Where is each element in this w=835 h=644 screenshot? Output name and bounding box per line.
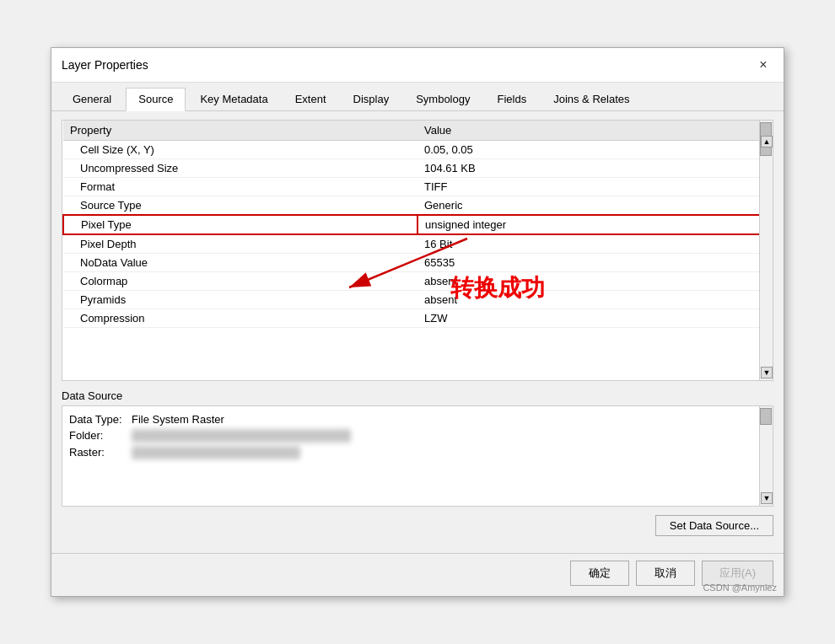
data-source-label: Data Source <box>62 389 773 402</box>
folder-row: Folder: <box>69 429 766 443</box>
properties-table-container: Property Value Cell Size (X, Y) 0.05, 0.… <box>62 120 773 381</box>
raster-row: Raster: <box>69 446 766 459</box>
value-cell-highlighted: unsigned integer <box>418 215 772 234</box>
table-row-highlighted: Pixel Type unsigned integer <box>63 215 772 234</box>
data-source-box: Data Type: File System Raster Folder: Ra… <box>62 405 773 507</box>
tab-source[interactable]: Source <box>126 88 186 111</box>
scroll-down-icon[interactable]: ▼ <box>761 367 773 378</box>
set-data-source-button[interactable]: Set Data Source... <box>655 515 773 536</box>
table-row: Colormap absent <box>63 272 772 291</box>
ds-scrollbar-thumb[interactable] <box>760 408 772 425</box>
properties-table: Property Value Cell Size (X, Y) 0.05, 0.… <box>62 121 773 328</box>
footer-buttons: 确定 取消 应用(A) <box>51 553 784 596</box>
folder-label: Folder: <box>69 429 128 443</box>
value-cell: 65535 <box>418 254 772 272</box>
data-type-label: Data Type: <box>69 413 128 426</box>
scrollbar-track[interactable]: ▼ ▲ <box>759 121 773 380</box>
property-cell: Uncompressed Size <box>63 159 418 178</box>
table-row: Cell Size (X, Y) 0.05, 0.05 <box>63 141 772 159</box>
title-bar: Layer Properties × <box>51 48 784 83</box>
property-cell: Pixel Depth <box>63 234 418 254</box>
ok-button[interactable]: 确定 <box>570 561 629 586</box>
property-cell: Source Type <box>63 196 418 216</box>
scroll-up-icon[interactable]: ▲ <box>761 136 773 148</box>
table-row: Compression LZW <box>63 309 772 328</box>
tab-content: Property Value Cell Size (X, Y) 0.05, 0.… <box>51 111 784 553</box>
folder-value-blurred <box>132 429 351 443</box>
watermark: CSDN @Amyniez <box>703 582 777 593</box>
table-row: NoData Value 65535 <box>63 254 772 272</box>
property-cell-highlighted: Pixel Type <box>63 215 418 234</box>
value-cell: Generic <box>418 196 772 216</box>
tab-key-metadata[interactable]: Key Metadata <box>187 88 280 110</box>
tab-display[interactable]: Display <box>341 88 402 110</box>
data-type-row: Data Type: File System Raster <box>69 413 766 426</box>
table-row: Pixel Depth 16 Bit <box>63 234 772 254</box>
property-cell: Format <box>63 178 418 196</box>
property-cell: Compression <box>63 309 418 328</box>
tab-extent[interactable]: Extent <box>283 88 339 110</box>
col-header-value: Value <box>418 121 772 141</box>
set-data-source-row: Set Data Source... <box>62 515 773 536</box>
property-cell: NoData Value <box>63 254 418 272</box>
property-cell: Cell Size (X, Y) <box>63 141 418 159</box>
value-cell: absent <box>418 291 772 309</box>
close-button[interactable]: × <box>753 55 773 75</box>
tab-general[interactable]: General <box>60 88 124 110</box>
ds-scroll-down-icon[interactable]: ▼ <box>761 492 773 504</box>
table-row: Source Type Generic <box>63 196 772 216</box>
table-row: Uncompressed Size 104.61 KB <box>63 159 772 178</box>
table-row: Pyramids absent <box>63 291 772 309</box>
raster-label: Raster: <box>69 446 128 459</box>
tab-symbology[interactable]: Symbology <box>403 88 482 110</box>
tab-fields[interactable]: Fields <box>484 88 539 110</box>
data-type-value: File System Raster <box>132 413 224 426</box>
value-cell: LZW <box>418 309 772 328</box>
ds-scrollbar-track[interactable]: ▼ <box>759 406 773 506</box>
property-cell: Pyramids <box>63 291 418 309</box>
value-cell: 0.05, 0.05 <box>418 141 772 159</box>
table-row: Format TIFF <box>63 178 772 196</box>
value-cell: absent <box>418 272 772 291</box>
layer-properties-dialog: Layer Properties × General Source Key Me… <box>51 47 784 597</box>
col-header-property: Property <box>63 121 418 141</box>
raster-value-blurred <box>132 446 300 459</box>
value-cell: TIFF <box>418 178 772 196</box>
value-cell: 16 Bit <box>418 234 772 254</box>
tab-joins-relates[interactable]: Joins & Relates <box>541 88 642 110</box>
data-source-section: Data Source Data Type: File System Raste… <box>62 389 773 507</box>
value-cell: 104.61 KB <box>418 159 772 178</box>
tabs-bar: General Source Key Metadata Extent Displ… <box>51 83 784 111</box>
dialog-title: Layer Properties <box>62 58 148 72</box>
cancel-button[interactable]: 取消 <box>636 561 695 586</box>
property-cell: Colormap <box>63 272 418 291</box>
